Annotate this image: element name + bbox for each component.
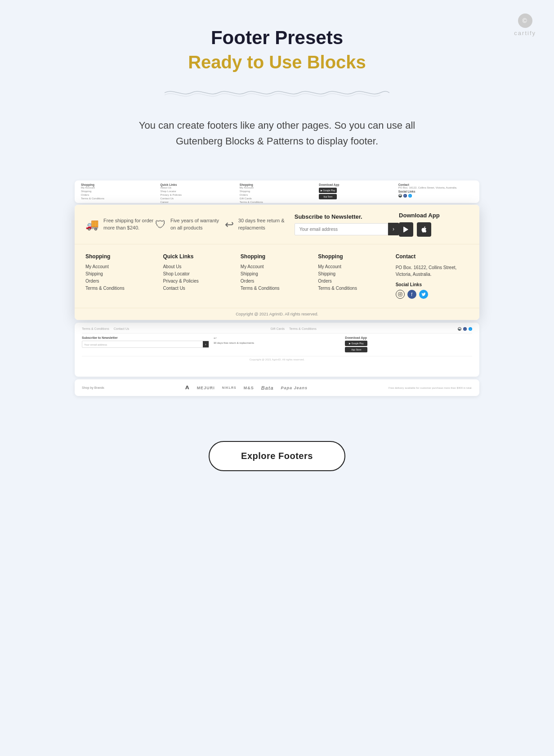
newsletter-submit-btn[interactable]: › (388, 223, 399, 235)
link-shop-locator[interactable]: Shop Locator (163, 271, 236, 276)
bottom-subscribe-btn[interactable]: › (203, 341, 209, 347)
newsletter-label: Subscribe to Newsletter. (295, 213, 399, 220)
mini-link-6: Shop Locator (160, 190, 235, 193)
preview-container: Shopping My Account Shipping Orders Term… (75, 180, 479, 396)
twitter-icon[interactable] (419, 290, 428, 299)
ios-badge[interactable] (417, 222, 431, 237)
link-shipping-3[interactable]: Shipping (318, 271, 391, 276)
link-privacy[interactable]: Privacy & Policies (163, 279, 236, 284)
bottom-app-store-badge[interactable]: App Store (345, 347, 367, 352)
mini-link-3: Orders (81, 194, 156, 196)
brand-niklrs: NIKLRS (222, 386, 237, 389)
link-shipping-1[interactable]: Shipping (85, 271, 158, 276)
mini-link-9: Career (160, 201, 235, 203)
facebook-icon[interactable]: f (407, 290, 416, 299)
brands-card: Shop by Brands 𝗔 MEJURI NIKLRS M&S Bata … (75, 379, 479, 396)
download-app-section: Download App (399, 212, 469, 237)
mini-link-5: About Us (160, 186, 235, 189)
mini-col-title-3: Shopping (240, 183, 253, 186)
footer-col-quick-links: Quick Links About Us Shop Locator Privac… (163, 253, 236, 299)
shipping-icon: 🚚 (85, 218, 99, 231)
mini-col-2: Quick Links About Us Shop Locator Privac… (160, 183, 235, 203)
footer-col-shopping-2: Shopping My Account Shipping Orders Term… (241, 253, 313, 299)
bottom-card-col-download: Download App ▶ Google Play App Store (345, 336, 472, 352)
explore-footers-button[interactable]: Explore Footers (209, 441, 345, 471)
brand-adidas: 𝗔 (185, 385, 190, 391)
warranty-icon: 🛡 (155, 218, 166, 231)
twitter-icon-mini: t (408, 194, 412, 198)
link-shipping-2[interactable]: Shipping (241, 271, 313, 276)
mini-link-4: Terms & Conditions (81, 197, 156, 200)
mini-link-8: Contact Us (160, 197, 235, 200)
benefit-warranty-text: Five years of warranty on all products (170, 217, 225, 231)
bottom-card-gift: Gift Cards (271, 327, 285, 331)
col-title-quick-links: Quick Links (163, 253, 236, 260)
benefits-bar: 🚚 Free shipping for order more than $240… (75, 205, 479, 244)
bottom-instagram: 📷 (458, 327, 461, 331)
newsletter-input[interactable] (295, 223, 388, 235)
instagram-icon-mini: 📷 (398, 194, 402, 198)
social-icons: f (396, 290, 469, 299)
benefit-return-text: 30 days free return & replacments (238, 217, 295, 231)
link-terms-2[interactable]: Terms & Conditions (241, 286, 313, 291)
bottom-download-title: Download App (345, 336, 472, 339)
bottom-card-col-sub: Subscribe to Newsletter Your email addre… (82, 336, 209, 352)
contact-address: PO Box. 16122, Collins Street, Victoria,… (396, 264, 469, 278)
newsletter-section: Subscribe to Newsletter. › (295, 213, 399, 235)
instagram-icon[interactable] (396, 290, 405, 299)
footer-preview-stack: Shopping My Account Shipping Orders Term… (75, 180, 479, 396)
benefit-warranty: 🛡 Five years of warranty on all products (155, 217, 225, 231)
copyright-text: Copyright @ 2021 AgrinID. All rights res… (236, 312, 318, 316)
newsletter-input-row[interactable]: › (295, 223, 399, 235)
brand-ms: M&S (244, 386, 254, 390)
bottom-card-terms2: Terms & Conditions (289, 327, 317, 331)
logo-text: cartify (514, 30, 536, 36)
brand-mejuri: MEJURI (197, 386, 215, 390)
footer-links-section: Shopping My Account Shipping Orders Term… (75, 244, 479, 308)
bottom-return-text: 30 days free return & replacments (214, 342, 341, 344)
mini-preview-top: Shopping My Account Shipping Orders Term… (75, 180, 479, 203)
link-orders-1[interactable]: Orders (85, 279, 158, 284)
brand-papa-jeans: Papa Jeans (281, 386, 308, 390)
benefit-return: ↩ 30 days free return & replacments (225, 217, 295, 231)
shop-by-brands-text: Shop by Brands (82, 386, 104, 389)
col-title-shopping-1: Shopping (85, 253, 158, 260)
bottom-card-terms: Terms & Conditions (82, 327, 109, 331)
bottom-copyright: Copyright @ 2021 AgrinID. All rights res… (82, 356, 472, 361)
shop-by-brands-label: Shop by Brands (82, 386, 104, 389)
link-orders-2[interactable]: Orders (241, 279, 313, 284)
link-terms-1[interactable]: Terms & Conditions (85, 286, 158, 291)
description: You can create footers like any other pa… (124, 117, 430, 149)
col-title-shopping-3: Shopping (318, 253, 391, 260)
download-app-label: Download App (399, 212, 440, 219)
link-terms-3[interactable]: Terms & Conditions (318, 286, 391, 291)
mini-link-13: Gift Cards (240, 197, 314, 200)
free-delivery-notice: Free delivery available for customer pur… (389, 387, 472, 389)
social-title-mini: Social Links (398, 190, 416, 193)
svg-point-2 (401, 293, 402, 294)
facebook-icon-mini: f (403, 194, 407, 198)
bottom-app-store-text: App Store (351, 348, 361, 351)
mini-col-4: Download App ▶ Google Play App Store (319, 183, 393, 199)
svg-rect-0 (398, 292, 402, 296)
benefit-shipping: 🚚 Free shipping for order more than $240… (85, 217, 155, 231)
bottom-subscribe-input-row[interactable]: Your email address › (82, 341, 209, 348)
cartify-logo: © cartify (514, 14, 536, 36)
mini-link-7: Privacy & Policies (160, 194, 235, 196)
link-my-account-2[interactable]: My Account (241, 264, 313, 269)
link-my-account-3[interactable]: My Account (318, 264, 391, 269)
link-about-us[interactable]: About Us (163, 264, 236, 269)
bottom-subscribe-title: Subscribe to Newsletter (82, 336, 209, 339)
bottom-google-play-badge[interactable]: ▶ Google Play (345, 341, 367, 346)
bottom-card-contact: Contact Us (114, 327, 130, 331)
mini-col-title-2: Quick Links (160, 183, 177, 186)
brand-bata: Bata (261, 385, 274, 391)
link-contact-us[interactable]: Contact Us (163, 286, 236, 291)
link-orders-3[interactable]: Orders (318, 279, 391, 284)
android-badge[interactable] (399, 222, 413, 237)
mini-link-12: Orders (240, 194, 314, 196)
return-icon: ↩ (225, 218, 234, 231)
mini-col-5: Contact PO Box. 16122, Collins Street, V… (398, 183, 473, 198)
page-subtitle: Ready to Use Blocks (9, 52, 545, 72)
link-my-account-1[interactable]: My Account (85, 264, 158, 269)
